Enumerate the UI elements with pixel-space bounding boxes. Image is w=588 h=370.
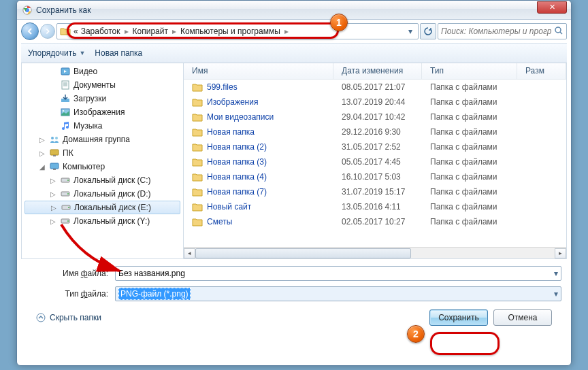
address-bar[interactable]: « Заработок▸ Копирайт▸ Компьютеры и прог…	[56, 23, 419, 39]
hide-folders-toggle[interactable]: Скрыть папки	[36, 313, 101, 322]
filename-field[interactable]: Без названия.png ▾	[115, 266, 561, 281]
filetype-value: PNG-файл (*.png)	[118, 288, 191, 300]
tree-item[interactable]: ▷ПК	[22, 146, 183, 160]
file-date: 31.05.2017 2:52	[333, 142, 422, 152]
svg-point-20	[68, 207, 69, 208]
h-scrollbar[interactable]: ◂ ▸	[184, 247, 566, 258]
back-button[interactable]	[21, 22, 39, 40]
download-icon	[60, 93, 71, 104]
chevron-right-icon: ▸	[283, 27, 290, 36]
cancel-button[interactable]: Отмена	[493, 309, 552, 326]
chevron-right-icon: ▸	[123, 27, 130, 36]
col-date[interactable]: Дата изменения	[333, 63, 422, 79]
file-date: 29.12.2016 9:30	[333, 127, 422, 137]
chevron-right-icon: ▸	[171, 27, 178, 36]
tree-item[interactable]: ▷Локальный диск (Y:)	[22, 214, 183, 228]
svg-rect-13	[50, 163, 59, 169]
search-input[interactable]	[441, 27, 554, 36]
file-row[interactable]: Новая папка29.12.2016 9:30Папка с файлам…	[184, 124, 566, 139]
close-button[interactable]: ✕	[537, 1, 567, 14]
file-type: Папка с файлами	[422, 97, 517, 107]
file-row[interactable]: 599.files08.05.2017 21:07Папка с файлами	[184, 80, 566, 95]
chevron-down-icon[interactable]: ▾	[554, 289, 558, 299]
tree-item[interactable]: Видео	[22, 65, 183, 78]
folder-icon	[192, 98, 203, 107]
scroll-right[interactable]: ▸	[555, 248, 566, 258]
file-row[interactable]: Мои видеозаписи29.04.2017 10:42Папка с ф…	[184, 110, 566, 124]
tree-item[interactable]: Изображения	[22, 105, 183, 119]
col-size[interactable]: Разм	[517, 63, 566, 79]
body: ВидеоДокументыЗагрузкиИзображенияМузыка▷…	[21, 63, 567, 259]
file-list[interactable]: 599.files08.05.2017 21:07Папка с файлами…	[184, 80, 566, 247]
file-type: Папка с файлами	[422, 112, 517, 122]
search-icon[interactable]	[554, 26, 564, 37]
folder-icon	[192, 173, 203, 182]
file-date: 08.05.2017 21:07	[333, 82, 422, 92]
folder-icon	[192, 113, 203, 122]
folder-icon	[192, 143, 203, 152]
tree-item[interactable]: ▷Локальный диск (D:)	[22, 187, 183, 201]
tree-item[interactable]: ▷Локальный диск (C:)	[22, 173, 183, 187]
tree-label: ПК	[63, 148, 74, 158]
image-icon	[60, 107, 71, 118]
expand-icon[interactable]: ▷	[38, 136, 46, 144]
breadcrumb-item[interactable]: Копирайт	[133, 27, 168, 36]
folder-icon	[192, 218, 203, 226]
breadcrumb-item[interactable]: Компьютеры и программы	[180, 27, 280, 36]
tree-item[interactable]: Музыка	[22, 119, 183, 133]
col-type[interactable]: Тип	[422, 63, 517, 79]
expand-icon[interactable]: ◢	[38, 163, 46, 171]
file-date: 16.10.2017 5:03	[333, 172, 422, 182]
music-icon	[60, 120, 71, 131]
tree-label: Музыка	[74, 121, 102, 131]
drive-icon	[61, 202, 71, 213]
tree-label: Изображения	[74, 107, 125, 117]
tree-item[interactable]: ◢Компьютер	[22, 160, 183, 173]
scroll-left[interactable]: ◂	[184, 248, 195, 258]
filetype-field[interactable]: PNG-файл (*.png) ▾	[115, 286, 561, 301]
save-button[interactable]: Сохранить	[429, 309, 488, 326]
file-row[interactable]: Новая папка (7)31.07.2019 15:17Папка с ф…	[184, 184, 566, 199]
file-row[interactable]: Сметы02.05.2017 10:27Папка с файлами	[184, 214, 566, 229]
forward-button[interactable]	[40, 24, 55, 39]
expand-icon[interactable]: ▷	[49, 218, 57, 225]
svg-point-22	[67, 220, 69, 222]
col-name[interactable]: Имя	[184, 63, 333, 79]
folder-icon	[60, 27, 71, 36]
file-name: Изображения	[207, 97, 258, 107]
tree-label: Документы	[74, 80, 116, 90]
breadcrumb-item[interactable]: Заработок	[81, 27, 120, 36]
expand-icon[interactable]: ▷	[49, 177, 57, 184]
chevron-down-icon[interactable]: ▾	[554, 269, 558, 278]
file-date: 29.04.2017 10:42	[333, 112, 422, 122]
svg-rect-5	[62, 81, 69, 89]
file-row[interactable]: Изображения13.07.2019 20:44Папка с файла…	[184, 95, 566, 110]
file-type: Папка с файлами	[422, 127, 517, 137]
filename-value: Без названия.png	[118, 269, 185, 278]
refresh-button[interactable]	[420, 23, 436, 39]
svg-rect-12	[53, 155, 56, 156]
expand-icon[interactable]: ▷	[38, 150, 46, 157]
tree-item[interactable]: Документы	[22, 78, 183, 92]
tree-item[interactable]: Загрузки	[22, 92, 183, 105]
address-dropdown[interactable]: ▾	[406, 27, 415, 36]
file-row[interactable]: Новая папка (4)16.10.2017 5:03Папка с фа…	[184, 169, 566, 184]
column-headers[interactable]: Имя Дата изменения Тип Разм	[184, 63, 566, 80]
organize-button[interactable]: Упорядочить ▼	[28, 48, 85, 58]
file-type: Папка с файлами	[422, 187, 517, 197]
search-box[interactable]	[438, 23, 567, 39]
scroll-track[interactable]	[195, 248, 555, 258]
expand-icon[interactable]: ▷	[50, 204, 58, 212]
file-row[interactable]: Новый сайт13.05.2016 4:11Папка с файлами	[184, 199, 566, 214]
scroll-thumb[interactable]	[195, 248, 411, 258]
expand-icon[interactable]: ▷	[49, 190, 57, 198]
new-folder-button[interactable]: Новая папка	[95, 48, 142, 58]
file-type: Папка с файлами	[422, 217, 517, 226]
tree-item[interactable]: ▷Домашняя группа	[22, 133, 183, 146]
tree-item[interactable]: ▷Локальный диск (E:)	[24, 201, 180, 214]
file-row[interactable]: Новая папка (2)31.05.2017 2:52Папка с фа…	[184, 139, 566, 154]
file-row[interactable]: Новая папка (3)05.05.2017 4:45Папка с фа…	[184, 154, 566, 169]
tree-panel[interactable]: ВидеоДокументыЗагрузкиИзображенияМузыка▷…	[22, 63, 184, 258]
svg-point-8	[63, 110, 64, 112]
titlebar[interactable]: Сохранить как ✕	[17, 1, 571, 20]
